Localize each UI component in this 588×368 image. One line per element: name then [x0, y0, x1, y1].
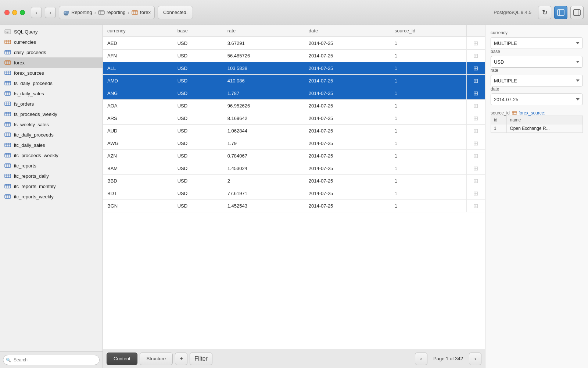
cell-action: ⊞ — [467, 137, 485, 150]
cell-action: ⊞ — [467, 175, 485, 187]
refresh-button[interactable]: ↻ — [538, 6, 551, 19]
svg-rect-79 — [5, 195, 11, 198]
filter-select-currency[interactable]: MULTIPLE — [491, 37, 583, 49]
prev-page-button[interactable]: ‹ — [415, 353, 427, 365]
row-grid-icon[interactable]: ⊞ — [473, 78, 478, 84]
minimize-button[interactable] — [12, 10, 17, 15]
table-row[interactable]: ANG USD 1.787 2014-07-25 1 ⊞ — [103, 87, 485, 100]
table-row[interactable]: AZN USD 0.784067 2014-07-25 1 ⊞ — [103, 150, 485, 162]
cell-rate: 96.952626 — [223, 100, 304, 112]
row-grid-icon[interactable]: ⊞ — [473, 103, 478, 109]
tab-content[interactable]: Content — [107, 353, 137, 365]
zoom-button[interactable] — [20, 10, 25, 15]
filter-button[interactable]: Filter — [190, 353, 212, 365]
col-header-date[interactable]: date — [304, 25, 390, 37]
breadcrumb-sep-1: › — [94, 10, 96, 15]
cell-currency: ALL — [103, 62, 173, 75]
cell-date: 2014-07-25 — [304, 175, 390, 187]
pg-version-label: PostgreSQL 9.4.5 — [490, 10, 535, 15]
traffic-lights — [4, 10, 25, 15]
row-grid-icon[interactable]: ⊞ — [473, 165, 478, 171]
forward-button[interactable]: › — [45, 7, 56, 18]
next-page-button[interactable]: › — [469, 353, 481, 365]
table-row[interactable]: BGN USD 1.452543 2014-07-25 1 ⊞ — [103, 200, 485, 212]
table-row[interactable]: ARS USD 8.169642 2014-07-25 1 ⊞ — [103, 112, 485, 125]
titlebar: ‹ › Reporting › reporting — [0, 0, 588, 25]
sidebar-item-label: forex — [14, 60, 25, 66]
tab-structure[interactable]: Structure — [140, 353, 173, 365]
table-row[interactable]: AOA USD 96.952626 2014-07-25 1 ⊞ — [103, 100, 485, 112]
sidebar-item-fs-daily-sales[interactable]: fs_daily_sales — [0, 88, 103, 99]
table-row[interactable]: AMD USD 410.086 2014-07-25 1 ⊞ — [103, 75, 485, 87]
cell-rate: 8.169642 — [223, 112, 304, 125]
cell-action: ⊞ — [467, 112, 485, 125]
sidebar-item-itc-reports[interactable]: itc_reports — [0, 160, 103, 171]
row-grid-icon[interactable]: ⊞ — [473, 178, 478, 184]
mini-col-id: id — [491, 116, 507, 124]
cell-date: 2014-07-25 — [304, 75, 390, 87]
row-grid-icon[interactable]: ⊞ — [473, 128, 478, 134]
sidebar-item-itc-proceeds-weekly[interactable]: itc_proceeds_weekly — [0, 150, 103, 160]
filter-select-base[interactable]: USD — [491, 56, 583, 68]
breadcrumb-db[interactable]: Reporting — [63, 9, 92, 16]
table-row[interactable]: AED USD 3.67291 2014-07-25 1 ⊞ — [103, 37, 485, 50]
right-panel-toggle[interactable] — [570, 6, 584, 19]
row-grid-icon[interactable]: ⊞ — [473, 153, 478, 159]
cell-source_id: 1 — [390, 50, 466, 62]
table-row[interactable]: ALL USD 103.5838 2014-07-25 1 ⊞ — [103, 62, 485, 75]
cell-currency: AFN — [103, 50, 173, 62]
col-header-currency[interactable]: currency — [103, 25, 173, 37]
table-row[interactable]: AWG USD 1.79 2014-07-25 1 ⊞ — [103, 137, 485, 150]
sidebar-item-daily-proceeds[interactable]: daily_proceeds — [0, 47, 103, 57]
cell-source_id: 1 — [390, 125, 466, 137]
row-grid-icon[interactable]: ⊞ — [473, 190, 478, 197]
sidebar-item-label: fs_weekly_sales — [14, 122, 49, 127]
sidebar-item-fs-daily-proceeds[interactable]: fs_daily_proceeds — [0, 78, 103, 88]
add-row-button[interactable]: + — [175, 353, 187, 365]
table-row[interactable]: AUD USD 1.062844 2014-07-25 1 ⊞ — [103, 125, 485, 137]
cell-base: USD — [173, 200, 223, 212]
table-row[interactable]: AFN USD 56.485726 2014-07-25 1 ⊞ — [103, 50, 485, 62]
sidebar-item-forex-sources[interactable]: forex_sources — [0, 68, 103, 78]
row-grid-icon[interactable]: ⊞ — [473, 90, 478, 96]
search-input[interactable] — [3, 355, 100, 365]
sidebar-item-itc-daily-sales[interactable]: itc_daily_sales — [0, 140, 103, 150]
filter-group-date: date 2014-07-25 — [491, 86, 583, 105]
breadcrumb-table[interactable]: forex — [132, 9, 151, 16]
sidebar-item-label: daily_proceeds — [14, 50, 46, 55]
sidebar-item-itc-reports-daily[interactable]: itc_reports_daily — [0, 171, 103, 181]
close-button[interactable] — [4, 10, 10, 15]
sidebar-item-fs-weekly-sales[interactable]: fs_weekly_sales — [0, 119, 103, 130]
row-grid-icon[interactable]: ⊞ — [473, 203, 478, 209]
table-row[interactable]: BDT USD 77.61971 2014-07-25 1 ⊞ — [103, 187, 485, 200]
row-grid-icon[interactable]: ⊞ — [473, 140, 478, 146]
table-row[interactable]: BBD USD 2 2014-07-25 1 ⊞ — [103, 175, 485, 187]
col-header-base[interactable]: base — [173, 25, 223, 37]
row-grid-icon[interactable]: ⊞ — [473, 115, 478, 121]
cell-date: 2014-07-25 — [304, 87, 390, 100]
back-button[interactable]: ‹ — [31, 7, 42, 18]
table-row[interactable]: BAM USD 1.453024 2014-07-25 1 ⊞ — [103, 162, 485, 175]
source-table-link[interactable]: forex_source: — [512, 110, 545, 116]
row-grid-icon[interactable]: ⊞ — [473, 53, 478, 59]
cell-base: USD — [173, 162, 223, 175]
row-grid-icon[interactable]: ⊞ — [473, 65, 478, 71]
sidebar-item-SQL Query[interactable]: SQL SQL Query — [0, 26, 103, 37]
sidebar-item-itc-daily-proceeds[interactable]: itc_daily_proceeds — [0, 130, 103, 140]
sidebar-item-fs-proceeds-weekly[interactable]: fs_proceeds_weekly — [0, 109, 103, 119]
filter-select-date[interactable]: 2014-07-25 — [491, 93, 583, 105]
table-blue-icon — [4, 90, 11, 97]
filter-select-rate[interactable]: MULTIPLE — [491, 75, 583, 86]
sidebar-item-itc-reports-weekly[interactable]: itc_reports_weekly — [0, 191, 103, 202]
breadcrumb-schema[interactable]: reporting — [98, 9, 125, 16]
left-panel-toggle[interactable] — [554, 6, 567, 19]
col-header-rate[interactable]: rate — [223, 25, 304, 37]
sidebar-item-label: itc_proceeds_weekly — [14, 153, 58, 158]
sidebar-item-fs-orders[interactable]: fs_orders — [0, 99, 103, 109]
sidebar-item-currencies[interactable]: currencies — [0, 37, 103, 47]
sidebar-item-forex[interactable]: forex — [0, 57, 103, 68]
cell-date: 2014-07-25 — [304, 62, 390, 75]
sidebar-item-itc-reports-monthly[interactable]: itc_reports_monthly — [0, 181, 103, 191]
col-header-source_id[interactable]: source_id — [390, 25, 466, 37]
row-grid-icon[interactable]: ⊞ — [473, 40, 478, 46]
